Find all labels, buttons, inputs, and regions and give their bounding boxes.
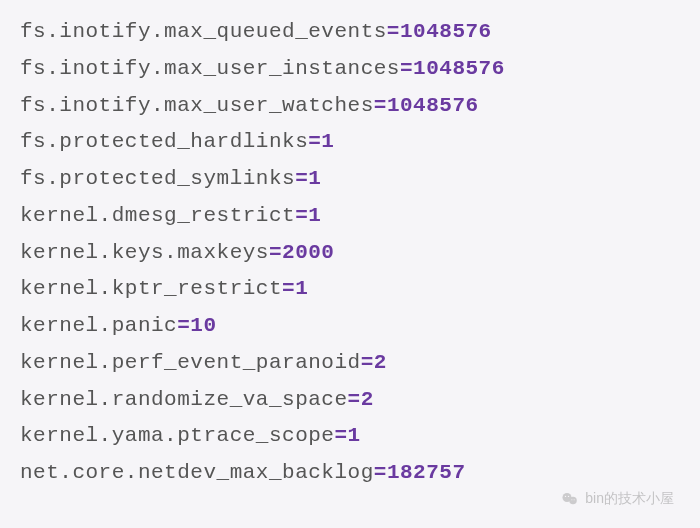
config-key: fs.inotify.max_user_instances — [20, 57, 400, 80]
config-key: kernel.dmesg_restrict — [20, 204, 295, 227]
config-line: kernel.yama.ptrace_scope=1 — [20, 418, 680, 455]
config-value: 182757 — [387, 461, 466, 484]
config-line: fs.inotify.max_user_watches=1048576 — [20, 88, 680, 125]
config-key: kernel.randomize_va_space — [20, 388, 348, 411]
config-line: fs.protected_symlinks=1 — [20, 161, 680, 198]
config-value: 1 — [308, 167, 321, 190]
config-value: 1 — [308, 204, 321, 227]
config-value: 1 — [348, 424, 361, 447]
svg-point-4 — [572, 499, 573, 500]
svg-point-3 — [568, 496, 569, 497]
watermark-text: bin的技术小屋 — [585, 490, 674, 508]
equals-sign: = — [387, 20, 400, 43]
config-key: kernel.yama.ptrace_scope — [20, 424, 334, 447]
config-key: kernel.kptr_restrict — [20, 277, 282, 300]
config-line: kernel.kptr_restrict=1 — [20, 271, 680, 308]
config-key: fs.inotify.max_queued_events — [20, 20, 387, 43]
config-value: 1048576 — [387, 94, 479, 117]
equals-sign: = — [177, 314, 190, 337]
sysctl-config-listing: fs.inotify.max_queued_events=1048576 fs.… — [0, 0, 700, 492]
config-key: kernel.keys.maxkeys — [20, 241, 269, 264]
config-value: 1 — [321, 130, 334, 153]
config-line: fs.protected_hardlinks=1 — [20, 124, 680, 161]
equals-sign: = — [269, 241, 282, 264]
config-line: fs.inotify.max_user_instances=1048576 — [20, 51, 680, 88]
config-value: 2000 — [282, 241, 334, 264]
config-value: 2 — [361, 388, 374, 411]
config-value: 10 — [190, 314, 216, 337]
config-line: kernel.dmesg_restrict=1 — [20, 198, 680, 235]
equals-sign: = — [334, 424, 347, 447]
config-key: fs.protected_hardlinks — [20, 130, 308, 153]
config-value: 1048576 — [400, 20, 492, 43]
config-key: fs.protected_symlinks — [20, 167, 295, 190]
config-line: kernel.randomize_va_space=2 — [20, 382, 680, 419]
config-key: net.core.netdev_max_backlog — [20, 461, 374, 484]
config-line: kernel.perf_event_paranoid=2 — [20, 345, 680, 382]
svg-point-1 — [570, 497, 578, 505]
equals-sign: = — [374, 461, 387, 484]
wechat-icon — [561, 490, 579, 508]
config-line: kernel.keys.maxkeys=2000 — [20, 235, 680, 272]
equals-sign: = — [295, 167, 308, 190]
svg-point-5 — [574, 499, 575, 500]
equals-sign: = — [308, 130, 321, 153]
equals-sign: = — [282, 277, 295, 300]
config-value: 1048576 — [413, 57, 505, 80]
config-value: 1 — [295, 277, 308, 300]
watermark: bin的技术小屋 — [561, 490, 674, 508]
equals-sign: = — [374, 94, 387, 117]
config-key: kernel.panic — [20, 314, 177, 337]
config-key: fs.inotify.max_user_watches — [20, 94, 374, 117]
config-line: net.core.netdev_max_backlog=182757 — [20, 455, 680, 492]
config-line: fs.inotify.max_queued_events=1048576 — [20, 14, 680, 51]
svg-point-2 — [565, 496, 566, 497]
equals-sign: = — [361, 351, 374, 374]
config-value: 2 — [374, 351, 387, 374]
config-key: kernel.perf_event_paranoid — [20, 351, 361, 374]
equals-sign: = — [400, 57, 413, 80]
equals-sign: = — [348, 388, 361, 411]
config-line: kernel.panic=10 — [20, 308, 680, 345]
equals-sign: = — [295, 204, 308, 227]
